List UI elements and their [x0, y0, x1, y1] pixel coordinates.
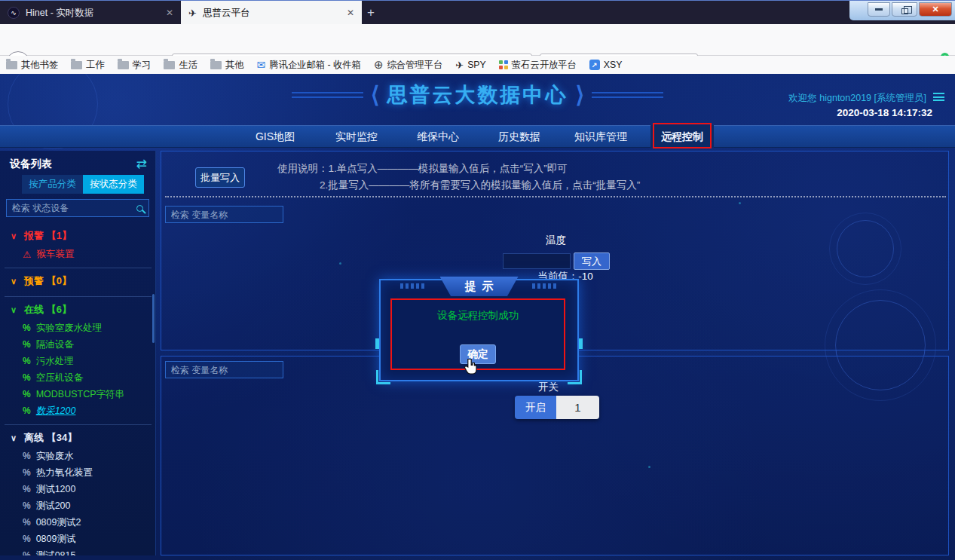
- bookmark-folder[interactable]: 生活: [164, 59, 197, 72]
- device-item[interactable]: %测试0815: [0, 547, 156, 555]
- bookmarks-bar: 其他书签 工作 学习 生活 其他 ✉腾讯企业邮箱 - 收件箱 ⊕综合管理平台 ✈…: [0, 56, 955, 74]
- link-icon: %: [23, 389, 31, 399]
- device-item[interactable]: %0809测试2: [0, 514, 156, 531]
- device-sidebar: 设备列表 ⇄ 按产品分类 按状态分类 ∨ 报警 【1】 ⚠ 猴车装置 ∨ 预警 …: [0, 151, 156, 555]
- welcome-text: 欢迎您 hignton2019 [系统管理员]: [788, 92, 926, 105]
- new-tab-button[interactable]: +: [367, 5, 375, 20]
- device-item[interactable]: %污水处理: [0, 353, 156, 369]
- group-online[interactable]: ∨ 在线 【6】: [0, 297, 156, 320]
- temperature-label: 温度: [520, 234, 592, 247]
- write-button[interactable]: 写入: [574, 252, 610, 270]
- bookmark-item[interactable]: ✈SPY: [455, 60, 486, 71]
- device-item[interactable]: %实验室废水处理: [0, 320, 156, 336]
- warning-icon: ⚠: [23, 249, 31, 260]
- device-item[interactable]: %实验废水: [0, 448, 156, 464]
- chevron-down-icon[interactable]: ∨: [11, 277, 17, 286]
- search-icon: [136, 205, 143, 212]
- device-item[interactable]: %热力氧化装置: [0, 464, 156, 481]
- link-off-icon: %: [23, 517, 31, 528]
- link-icon: %: [23, 323, 31, 333]
- bookmark-folder[interactable]: 其他: [210, 59, 244, 72]
- folder-icon: [164, 61, 175, 69]
- switch-toggle[interactable]: 开启 1: [515, 396, 599, 419]
- browser-tab-hinet[interactable]: ∿ Hinet - 实时数据 ✕: [0, 1, 181, 25]
- sipu-favicon: ✈: [188, 8, 197, 19]
- device-item[interactable]: %隔油设备: [0, 336, 156, 353]
- variable-search-input[interactable]: [171, 365, 277, 375]
- chevron-down-icon[interactable]: ∨: [11, 305, 17, 315]
- folder-icon: [210, 61, 222, 69]
- switch-on-button[interactable]: 开启: [515, 396, 556, 419]
- variable-search-top[interactable]: [165, 206, 283, 223]
- group-alarm[interactable]: ∨ 报警 【1】: [0, 223, 156, 246]
- device-item[interactable]: ⚠ 猴车装置: [0, 246, 156, 262]
- bookmark-item[interactable]: ⊕综合管理平台: [374, 58, 442, 72]
- nav-tab-gis[interactable]: GIS地图: [234, 125, 316, 148]
- sidebar-title: 设备列表: [10, 158, 52, 171]
- bookmark-folder[interactable]: 其他书签: [6, 59, 58, 72]
- tab-close-icon[interactable]: ✕: [347, 8, 354, 18]
- link-icon: %: [23, 405, 31, 416]
- link-off-icon: %: [23, 500, 31, 511]
- close-button[interactable]: ✕: [919, 2, 952, 17]
- minimize-button[interactable]: [868, 2, 890, 17]
- header-decor-right: [592, 92, 663, 98]
- nav-tab-maintenance[interactable]: 维保中心: [397, 125, 479, 148]
- link-icon: %: [23, 339, 31, 350]
- datetime-text: 2020-03-18 14:17:32: [837, 107, 932, 118]
- tab-by-status[interactable]: 按状态分类: [83, 175, 144, 194]
- nav-tab-remote-control[interactable]: 远程控制: [641, 125, 723, 148]
- device-tree: ∨ 报警 【1】 ⚠ 猴车装置 ∨ 预警 【0】 ∨ 在线 【6】 %实验室废水…: [0, 223, 156, 555]
- nav-tab-realtime[interactable]: 实时监控: [316, 125, 397, 148]
- apps-grid-icon: [499, 60, 508, 69]
- device-item[interactable]: %测试200: [0, 497, 156, 514]
- window-controls: ✕: [849, 1, 955, 20]
- device-search-input[interactable]: [12, 203, 136, 213]
- device-item-selected[interactable]: %数采1200: [0, 402, 156, 419]
- link-off-icon: %: [23, 534, 31, 544]
- tab-by-product[interactable]: 按产品分类: [22, 175, 83, 194]
- tab-title: 思普云平台: [203, 7, 250, 20]
- device-item[interactable]: %空压机设备: [0, 369, 156, 386]
- device-item[interactable]: %测试1200: [0, 481, 156, 497]
- sidebar-scrollbar[interactable]: [152, 294, 155, 343]
- batch-write-button[interactable]: 批量写入: [195, 167, 245, 188]
- group-warning[interactable]: ∨ 预警 【0】: [0, 268, 156, 291]
- variable-search-input[interactable]: [171, 210, 277, 220]
- bookmark-item[interactable]: ↗XSY: [589, 60, 623, 70]
- browser-tab-sipu[interactable]: ✈ 思普云平台 ✕: [181, 1, 362, 25]
- bookmark-folder[interactable]: 学习: [118, 59, 152, 72]
- variable-search-bottom[interactable]: [165, 361, 283, 378]
- chevron-down-icon[interactable]: ∨: [11, 433, 17, 443]
- link-off-icon: %: [23, 484, 31, 494]
- nav-tabs: GIS地图 实时监控 维保中心 历史数据 知识库管理 远程控制: [234, 125, 723, 148]
- swap-icon[interactable]: ⇄: [136, 156, 147, 172]
- link-off-icon: %: [23, 451, 31, 461]
- dialog-message: 设备远程控制成功: [390, 309, 565, 323]
- nav-tab-history[interactable]: 历史数据: [479, 125, 560, 148]
- dialog-decor: [532, 283, 558, 289]
- dialog-title: 提示: [440, 277, 519, 296]
- bookmark-item[interactable]: 萤石云开放平台: [499, 59, 577, 72]
- link-off-icon: %: [23, 467, 31, 478]
- group-offline[interactable]: ∨ 离线 【34】: [0, 425, 156, 448]
- mail-icon: ✉: [257, 59, 266, 71]
- dialog-decor: [579, 338, 583, 349]
- device-item[interactable]: %0809测试: [0, 531, 156, 547]
- list-icon[interactable]: [933, 93, 944, 102]
- hinet-favicon: ∿: [8, 7, 20, 19]
- external-link-icon: ↗: [589, 60, 600, 70]
- device-item[interactable]: %MODBUSTCP字符串: [0, 386, 156, 402]
- angle-left-icon: ⟨: [371, 84, 380, 106]
- device-search[interactable]: [6, 199, 149, 217]
- restore-button[interactable]: [892, 2, 917, 17]
- header-decor-left: [292, 92, 363, 98]
- switch-value: 1: [556, 396, 599, 419]
- bookmark-item[interactable]: ✉腾讯企业邮箱 - 收件箱: [257, 59, 361, 72]
- nav-tab-knowledge[interactable]: 知识库管理: [560, 125, 641, 148]
- bookmark-folder[interactable]: 工作: [71, 59, 105, 72]
- angle-right-icon: ⟩: [576, 84, 585, 106]
- chevron-down-icon[interactable]: ∨: [11, 231, 17, 241]
- temperature-input[interactable]: [503, 253, 571, 269]
- tab-close-icon[interactable]: ✕: [166, 8, 173, 18]
